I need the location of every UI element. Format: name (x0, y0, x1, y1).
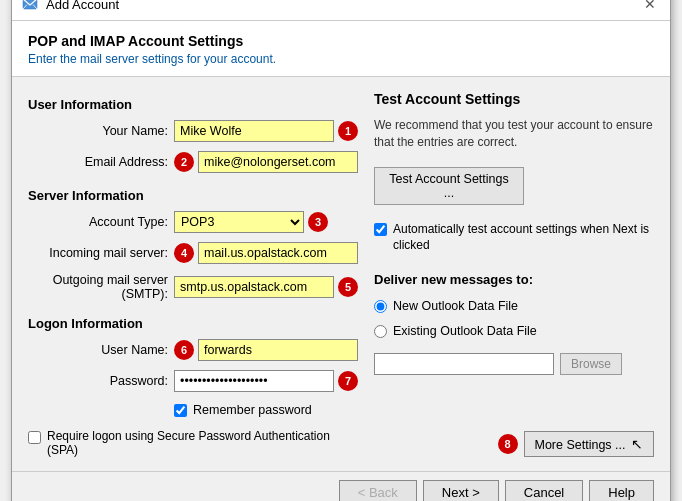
username-input-wrap: 6 (174, 339, 358, 361)
test-account-settings-button[interactable]: Test Account Settings ... (374, 167, 524, 205)
incoming-server-row: Incoming mail server: 4 (28, 242, 358, 264)
username-label: User Name: (28, 343, 168, 357)
server-info-section-label: Server Information (28, 188, 358, 203)
new-outlook-row: New Outlook Data File (374, 299, 654, 313)
badge-7: 7 (338, 371, 358, 391)
right-desc: We recommend that you test your account … (374, 117, 654, 151)
remember-password-label: Remember password (193, 403, 312, 417)
header-section: POP and IMAP Account Settings Enter the … (12, 21, 670, 77)
account-type-select-wrapper: POP3 IMAP (174, 211, 304, 233)
deliver-label: Deliver new messages to: (374, 272, 654, 287)
auto-test-row: Automatically test account settings when… (374, 221, 654, 255)
password-input[interactable] (174, 370, 334, 392)
logon-section-label: Logon Information (28, 316, 358, 331)
your-name-input[interactable] (174, 120, 334, 142)
existing-outlook-row: Existing Outlook Data File (374, 324, 654, 338)
title-bar-left: Add Account (22, 0, 119, 12)
account-type-row: Account Type: POP3 IMAP 3 (28, 211, 358, 233)
account-type-input-wrap: POP3 IMAP 3 (174, 211, 358, 233)
badge-8: 8 (498, 434, 518, 454)
account-type-label: Account Type: (28, 215, 168, 229)
browse-button[interactable]: Browse (560, 353, 622, 375)
badge-5: 5 (338, 277, 358, 297)
left-panel: User Information Your Name: 1 Email Addr… (28, 91, 358, 457)
add-account-dialog: Add Account ✕ POP and IMAP Account Setti… (11, 0, 671, 501)
spa-label: Require logon using Secure Password Auth… (47, 429, 358, 457)
remember-password-row: Remember password (174, 403, 358, 417)
existing-outlook-radio[interactable] (374, 325, 387, 338)
incoming-server-label: Incoming mail server: (28, 246, 168, 260)
email-row: Email Address: 2 (28, 151, 358, 173)
more-settings-button[interactable]: More Settings ... ↖ (524, 431, 655, 457)
badge-6: 6 (174, 340, 194, 360)
password-input-wrap: 7 (174, 370, 358, 392)
email-input-wrap: 2 (174, 151, 358, 173)
dialog-title: Add Account (46, 0, 119, 12)
incoming-server-input[interactable] (198, 242, 358, 264)
password-row: Password: 7 (28, 370, 358, 392)
your-name-input-wrap: 1 (174, 120, 358, 142)
account-type-select[interactable]: POP3 IMAP (174, 211, 304, 233)
password-label: Password: (28, 374, 168, 388)
email-label: Email Address: (28, 155, 168, 169)
cursor-icon: ↖ (631, 436, 643, 452)
badge-3: 3 (308, 212, 328, 232)
header-title: POP and IMAP Account Settings (28, 33, 654, 49)
your-name-label: Your Name: (28, 124, 168, 138)
badge-2: 2 (174, 152, 194, 172)
outgoing-server-label: Outgoing mail server (SMTP): (28, 273, 168, 301)
spa-checkbox[interactable] (28, 431, 41, 444)
new-outlook-radio[interactable] (374, 300, 387, 313)
username-input[interactable] (198, 339, 358, 361)
your-name-row: Your Name: 1 (28, 120, 358, 142)
right-title: Test Account Settings (374, 91, 654, 107)
auto-test-checkbox[interactable] (374, 223, 387, 236)
spa-row: Require logon using Secure Password Auth… (28, 429, 358, 457)
right-panel: Test Account Settings We recommend that … (374, 91, 654, 457)
auto-test-label: Automatically test account settings when… (393, 221, 654, 255)
header-subtitle: Enter the mail server settings for your … (28, 52, 654, 66)
incoming-server-input-wrap: 4 (174, 242, 358, 264)
browse-row: Browse (374, 353, 654, 375)
back-button[interactable]: < Back (339, 480, 417, 501)
existing-outlook-label: Existing Outlook Data File (393, 324, 537, 338)
help-button[interactable]: Help (589, 480, 654, 501)
cancel-button[interactable]: Cancel (505, 480, 583, 501)
title-bar: Add Account ✕ (12, 0, 670, 21)
badge-1: 1 (338, 121, 358, 141)
more-settings-row: 8 More Settings ... ↖ (374, 421, 654, 457)
outgoing-server-input[interactable] (174, 276, 334, 298)
new-outlook-label: New Outlook Data File (393, 299, 518, 313)
outgoing-server-input-wrap: 5 (174, 276, 358, 298)
outgoing-server-row: Outgoing mail server (SMTP): 5 (28, 273, 358, 301)
dialog-icon (22, 0, 38, 12)
remember-password-checkbox[interactable] (174, 404, 187, 417)
browse-input[interactable] (374, 353, 554, 375)
close-button[interactable]: ✕ (640, 0, 660, 14)
footer: < Back Next > Cancel Help (12, 471, 670, 501)
username-row: User Name: 6 (28, 339, 358, 361)
content-area: User Information Your Name: 1 Email Addr… (12, 77, 670, 471)
next-button[interactable]: Next > (423, 480, 499, 501)
user-info-section-label: User Information (28, 97, 358, 112)
badge-4: 4 (174, 243, 194, 263)
email-input[interactable] (198, 151, 358, 173)
